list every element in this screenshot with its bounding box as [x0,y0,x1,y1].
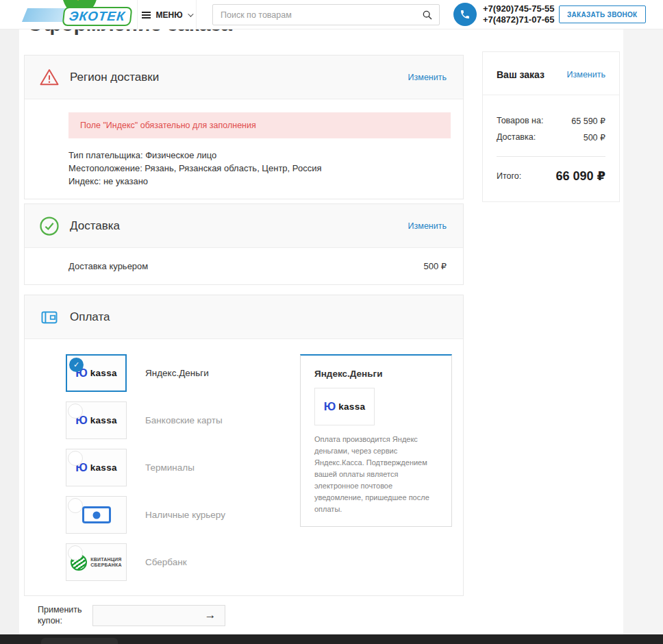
yookassa-logo: Ю kassa [324,400,366,414]
section-region: Регион доставки Изменить Поле "Индекс" о… [24,55,464,199]
payment-detail-title: Яндекс.Деньги [314,369,438,379]
delivery-price: 500 ₽ [423,261,447,271]
payment-method-row: ✓ Ю kassa Яндекс.Деньги [66,354,225,392]
yookassa-logo: Ю kassa [75,414,117,428]
payment-option-label[interactable]: Банковские карты [145,415,223,425]
footer [0,634,663,644]
coupon-label: Применить купон: [38,604,87,626]
section-payment-title: Оплата [70,310,110,324]
payer-type-line: Тип плательщика: Физическое лицо [68,149,451,162]
phone-number-2[interactable]: +7(4872)71-07-65 [483,14,554,25]
delivery-method: Доставка курьером [68,261,148,271]
coupon-input[interactable] [93,610,196,621]
callback-button[interactable]: ЗАКАЗАТЬ ЗВОНОК [559,5,646,23]
payment-detail-description: Оплата производится Яндекс деньгами, чер… [314,434,438,515]
search-icon[interactable] [416,10,439,21]
logo-text: ЭКОТЕК [62,7,133,26]
radio-unchecked-icon [68,545,83,560]
section-payment-body: ✓ Ю kassa Яндекс.Деньги Ю kassa [25,339,463,596]
summary-total-row: Итого: 66 090 ₽ [497,169,605,184]
order-change-link[interactable]: Изменить [567,70,605,79]
search-box [212,4,440,25]
check-badge-icon: ✓ [69,358,84,372]
radio-unchecked-icon [68,451,83,466]
radio-unchecked-icon [68,498,83,513]
phone-numbers: +7(920)745-75-55 +7(4872)71-07-65 [483,3,554,25]
wallet-icon [39,307,60,327]
radio-unchecked-icon [68,404,83,419]
location-line: Местоположение: Рязань, Рязанская област… [68,162,451,175]
section-region-body: Поле "Индекс" обязательно для заполнения… [25,99,463,199]
section-delivery-header: Доставка Изменить [25,204,463,248]
summary-row-value: 500 ₽ [584,132,605,143]
banknote-icon [82,506,111,523]
section-delivery-body: Доставка курьером 500 ₽ [25,248,463,284]
section-payment: Оплата ✓ Ю kassa Яндекс.Деньги [24,295,464,596]
yookassa-logo: Ю kassa [75,461,117,475]
payment-option-terminals[interactable]: Ю kassa [66,449,127,486]
payment-option-bank-cards[interactable]: Ю kassa [66,401,127,439]
hamburger-icon [142,14,151,16]
region-change-link[interactable]: Изменить [408,73,447,82]
summary-row-label: Доставка: [497,132,536,143]
warning-icon [39,67,60,88]
summary-divider [497,156,605,157]
search-input[interactable] [213,10,416,20]
coupon-row: Применить купон: → [24,604,225,626]
payment-option-label[interactable]: Яндекс.Деньги [145,368,209,378]
green-check-circle-icon [39,216,60,236]
order-summary-body: Товаров на: 65 590 ₽ Доставка: 500 ₽ Ито… [483,95,619,201]
order-summary-title: Ваш заказ [497,69,545,80]
logo[interactable]: ЭКОТЕК [25,0,131,29]
payment-method-row: Ю kassa Банковские карты [66,401,225,439]
menu-button-label: МЕНЮ [155,10,182,20]
payment-detail-panel: Яндекс.Деньги Ю kassa Оплата производитс… [300,354,452,527]
sberbank-logo-text: КВИТАНЦИЯ СБЕРБАНКА [90,557,121,568]
summary-row-items: Товаров на: 65 590 ₽ [497,116,605,126]
left-gutter [0,29,19,634]
section-region-title: Регион доставки [70,71,159,84]
summary-row-value: 65 590 ₽ [571,116,605,126]
footer-decoration [41,638,118,644]
header: ЭКОТЕК МЕНЮ +7(920)745-75-55 +7(4872)71-… [0,0,663,29]
payment-detail-logo-box: Ю kassa [314,388,375,425]
delivery-change-link[interactable]: Изменить [408,221,447,231]
summary-total-value: 66 090 ₽ [555,169,605,184]
phone-icon [453,3,477,26]
section-region-header: Регион доставки Изменить [25,55,463,99]
payment-option-label[interactable]: Наличные курьеру [145,510,225,520]
coupon-field: → [92,605,225,626]
section-delivery: Доставка Изменить Доставка курьером 500 … [24,203,464,285]
payment-option-cash-courier[interactable] [66,496,127,534]
coupon-submit-button[interactable]: → [196,606,225,626]
error-message: Поле "Индекс" обязательно для заполнения [68,112,451,138]
right-gutter [623,29,663,634]
zip-line: Индекс: не указано [68,175,451,188]
payment-method-row: Ю kassa Терминалы [66,449,225,486]
summary-row-delivery: Доставка: 500 ₽ [497,132,605,143]
payment-method-row: Наличные курьеру [66,496,225,534]
payment-option-sberbank[interactable]: КВИТАНЦИЯ СБЕРБАНКА [66,543,127,581]
section-delivery-title: Доставка [70,219,120,233]
menu-button[interactable]: МЕНЮ [137,0,197,29]
summary-total-label: Итого: [497,171,521,181]
phone-block: +7(920)745-75-55 +7(4872)71-07-65 [453,3,554,26]
phone-number-1[interactable]: +7(920)745-75-55 [483,3,554,14]
payment-methods-list: ✓ Ю kassa Яндекс.Деньги Ю kassa [66,354,225,591]
payment-option-label[interactable]: Терминалы [145,462,195,473]
payment-method-row: КВИТАНЦИЯ СБЕРБАНКА Сбербанк [66,543,225,581]
chevron-down-icon [188,11,193,16]
payment-option-yandex-money[interactable]: ✓ Ю kassa [66,354,127,392]
summary-row-label: Товаров на: [497,116,543,126]
order-summary-header: Ваш заказ Изменить [483,52,619,95]
section-payment-header: Оплата [25,295,463,339]
payment-option-label[interactable]: Сбербанк [145,557,187,567]
order-summary-panel: Ваш заказ Изменить Товаров на: 65 590 ₽ … [482,51,620,202]
checkout-page: Оформление заказа ЭКОТЕК МЕНЮ +7(920 [0,0,663,644]
